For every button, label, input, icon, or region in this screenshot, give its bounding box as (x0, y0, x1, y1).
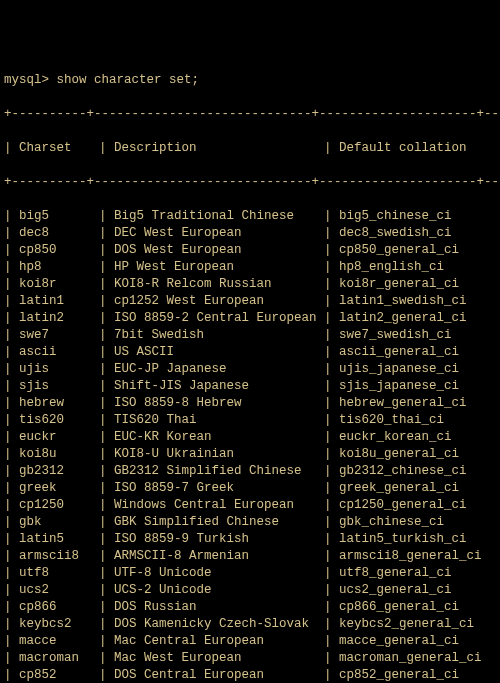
cell-charset: armscii8 (19, 548, 99, 565)
table-row: | dec8| DEC West European| dec8_swedish_… (4, 225, 496, 242)
cell-charset: koi8u (19, 446, 99, 463)
cell-charset: latin5 (19, 531, 99, 548)
cell-collation: sjis_japanese_ci (339, 378, 500, 395)
cell-description: DOS West European (114, 242, 324, 259)
table-row: | gbk| GBK Simplified Chinese| gbk_chine… (4, 514, 496, 531)
cell-collation: koi8u_general_ci (339, 446, 500, 463)
cell-description: US ASCII (114, 344, 324, 361)
cell-description: ISO 8859-9 Turkish (114, 531, 324, 548)
cell-charset: gbk (19, 514, 99, 531)
cell-collation: keybcs2_general_ci (339, 616, 500, 633)
cell-collation: dec8_swedish_ci (339, 225, 500, 242)
cell-collation: cp866_general_ci (339, 599, 500, 616)
cell-charset: cp866 (19, 599, 99, 616)
table-row: | greek| ISO 8859-7 Greek| greek_general… (4, 480, 496, 497)
cell-charset: euckr (19, 429, 99, 446)
cell-description: Mac Central European (114, 633, 324, 650)
cell-collation: cp852_general_ci (339, 667, 500, 683)
cell-description: GBK Simplified Chinese (114, 514, 324, 531)
cell-description: UCS-2 Unicode (114, 582, 324, 599)
cell-description: HP West European (114, 259, 324, 276)
table-row: | armscii8| ARMSCII-8 Armenian| armscii8… (4, 548, 496, 565)
cell-collation: tis620_thai_ci (339, 412, 500, 429)
table-row: | tis620| TIS620 Thai| tis620_thai_ci| 1… (4, 412, 496, 429)
table-row: | hp8| HP West European| hp8_english_ci|… (4, 259, 496, 276)
prompt-line[interactable]: mysql> show character set; (4, 72, 496, 89)
cell-collation: latin1_swedish_ci (339, 293, 500, 310)
cell-collation: greek_general_ci (339, 480, 500, 497)
cell-charset: sjis (19, 378, 99, 395)
cell-charset: hp8 (19, 259, 99, 276)
cell-description: Mac West European (114, 650, 324, 667)
cell-collation: ucs2_general_ci (339, 582, 500, 599)
table-row: | macce| Mac Central European| macce_gen… (4, 633, 496, 650)
table-row: | koi8u| KOI8-U Ukrainian| koi8u_general… (4, 446, 496, 463)
cell-description: DOS Central European (114, 667, 324, 683)
cell-charset: cp850 (19, 242, 99, 259)
table-row: | sjis| Shift-JIS Japanese| sjis_japanes… (4, 378, 496, 395)
table-row: | gb2312| GB2312 Simplified Chinese| gb2… (4, 463, 496, 480)
cell-charset: ucs2 (19, 582, 99, 599)
cell-collation: koi8r_general_ci (339, 276, 500, 293)
table-row: | latin5| ISO 8859-9 Turkish| latin5_tur… (4, 531, 496, 548)
table-row: | ascii| US ASCII| ascii_general_ci| 1 | (4, 344, 496, 361)
cell-charset: gb2312 (19, 463, 99, 480)
cell-collation: cp1250_general_ci (339, 497, 500, 514)
cell-charset: swe7 (19, 327, 99, 344)
cell-collation: latin5_turkish_ci (339, 531, 500, 548)
table-row: | latin1| cp1252 West European| latin1_s… (4, 293, 496, 310)
cell-collation: utf8_general_ci (339, 565, 500, 582)
table-row: | euckr| EUC-KR Korean| euckr_korean_ci|… (4, 429, 496, 446)
table-row: | swe7| 7bit Swedish| swe7_swedish_ci| 1… (4, 327, 496, 344)
cell-charset: ascii (19, 344, 99, 361)
cell-charset: latin1 (19, 293, 99, 310)
cell-description: ISO 8859-7 Greek (114, 480, 324, 497)
cell-charset: cp1250 (19, 497, 99, 514)
cell-collation: gbk_chinese_ci (339, 514, 500, 531)
header-charset: Charset (19, 140, 99, 157)
cell-collation: armscii8_general_ci (339, 548, 500, 565)
cell-description: ARMSCII-8 Armenian (114, 548, 324, 565)
header-row: | Charset| Description| Default collatio… (4, 140, 496, 157)
cell-collation: hp8_english_ci (339, 259, 500, 276)
table-row: | cp866| DOS Russian| cp866_general_ci| … (4, 599, 496, 616)
cell-charset: utf8 (19, 565, 99, 582)
table-row: | ucs2| UCS-2 Unicode| ucs2_general_ci| … (4, 582, 496, 599)
table-row: | big5| Big5 Traditional Chinese| big5_c… (4, 208, 496, 225)
cell-charset: ujis (19, 361, 99, 378)
separator-top: +----------+----------------------------… (4, 106, 496, 123)
cell-description: 7bit Swedish (114, 327, 324, 344)
prompt-text: mysql> show character set; (4, 73, 199, 87)
cell-collation: swe7_swedish_ci (339, 327, 500, 344)
cell-collation: gb2312_chinese_ci (339, 463, 500, 480)
cell-charset: big5 (19, 208, 99, 225)
cell-description: Windows Central European (114, 497, 324, 514)
results-body: | big5| Big5 Traditional Chinese| big5_c… (4, 208, 496, 683)
cell-collation: ujis_japanese_ci (339, 361, 500, 378)
cell-collation: cp850_general_ci (339, 242, 500, 259)
cell-collation: latin2_general_ci (339, 310, 500, 327)
cell-description: ISO 8859-2 Central European (114, 310, 324, 327)
header-collation: Default collation (339, 140, 500, 157)
cell-description: Shift-JIS Japanese (114, 378, 324, 395)
table-row: | cp850| DOS West European| cp850_genera… (4, 242, 496, 259)
cell-charset: macroman (19, 650, 99, 667)
cell-description: DEC West European (114, 225, 324, 242)
cell-description: DOS Kamenicky Czech-Slovak (114, 616, 324, 633)
cell-description: TIS620 Thai (114, 412, 324, 429)
table-row: | ujis| EUC-JP Japanese| ujis_japanese_c… (4, 361, 496, 378)
table-row: | latin2| ISO 8859-2 Central European| l… (4, 310, 496, 327)
header-description: Description (114, 140, 324, 157)
table-row: | cp1250| Windows Central European| cp12… (4, 497, 496, 514)
cell-description: KOI8-U Ukrainian (114, 446, 324, 463)
table-row: | cp852| DOS Central European| cp852_gen… (4, 667, 496, 683)
cell-description: UTF-8 Unicode (114, 565, 324, 582)
cell-charset: cp852 (19, 667, 99, 683)
table-row: | keybcs2| DOS Kamenicky Czech-Slovak| k… (4, 616, 496, 633)
cell-description: GB2312 Simplified Chinese (114, 463, 324, 480)
cell-description: DOS Russian (114, 599, 324, 616)
cell-description: ISO 8859-8 Hebrew (114, 395, 324, 412)
cell-charset: tis620 (19, 412, 99, 429)
cell-charset: macce (19, 633, 99, 650)
cell-collation: hebrew_general_ci (339, 395, 500, 412)
